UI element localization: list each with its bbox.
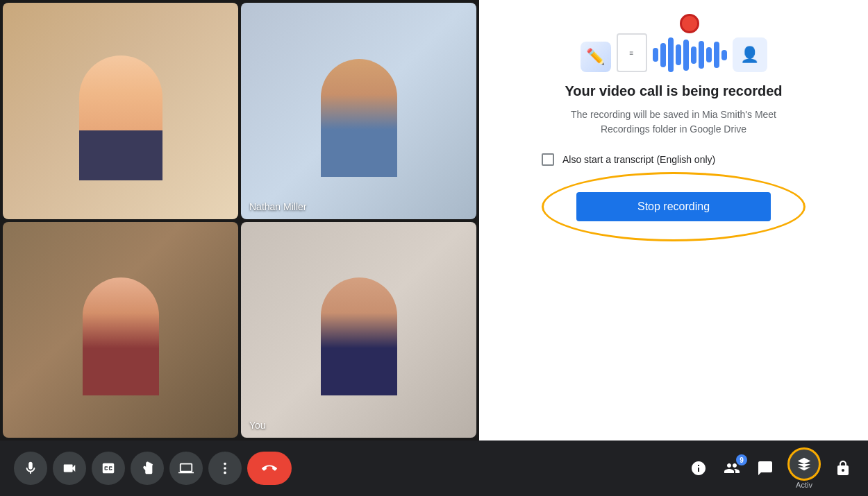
toolbar-right: 9 Activ — [687, 447, 854, 489]
mic-button[interactable] — [14, 452, 47, 485]
recording-title: Your video call is being recorded — [565, 83, 782, 99]
stop-recording-wrapper: Stop recording — [576, 192, 771, 221]
more-icon — [217, 461, 233, 476]
more-options-button[interactable] — [208, 452, 242, 485]
person-shape-3 — [83, 277, 159, 395]
info-button[interactable] — [687, 457, 710, 479]
raise-hand-button[interactable] — [131, 452, 164, 485]
stop-recording-button[interactable]: Stop recording — [576, 192, 771, 221]
participant-video-2 — [241, 3, 476, 219]
camera-button[interactable] — [53, 452, 86, 485]
pencil-icon: ✏️ — [581, 42, 611, 72]
wave-bar-8 — [706, 47, 712, 62]
svg-point-0 — [224, 463, 226, 465]
wave-bar-10 — [721, 50, 727, 60]
wave-bar-6 — [691, 46, 696, 64]
video-tile-3 — [3, 222, 238, 438]
lock-button[interactable] — [832, 457, 854, 479]
wave-bar-3 — [668, 37, 674, 72]
toolbar-left — [14, 452, 292, 485]
chat-icon — [757, 460, 774, 477]
chat-button[interactable] — [754, 457, 776, 479]
participant-name-2: Nathan Miller — [249, 201, 306, 212]
end-call-icon — [262, 461, 277, 476]
doc-lines: ≡ — [630, 49, 634, 57]
participant-video-4 — [241, 222, 476, 438]
wave-bar-7 — [699, 41, 704, 69]
toolbar: 9 Activ — [0, 441, 868, 496]
svg-point-2 — [224, 472, 226, 474]
waveform-container — [653, 14, 727, 72]
activities-label: Activ — [796, 481, 812, 489]
recording-illustration: ✏️ ≡ 👤 — [581, 14, 767, 72]
person-shape-1 — [79, 55, 162, 180]
lock-icon — [835, 460, 851, 477]
people-badge: 9 — [736, 454, 747, 465]
transcript-option: Also start a transcript (English only) — [542, 153, 806, 166]
activities-wrapper: Activ — [787, 447, 821, 489]
transcript-label: Also start a transcript (English only) — [562, 154, 715, 165]
activities-button[interactable] — [787, 447, 821, 481]
wave-bar-2 — [660, 43, 666, 67]
waveform — [653, 37, 727, 72]
recording-panel: ✏️ ≡ 👤 — [479, 0, 868, 441]
video-tile-4: You — [241, 222, 476, 438]
info-icon — [690, 460, 707, 477]
person-shape-2 — [321, 59, 397, 177]
present-button[interactable] — [169, 452, 203, 485]
present-icon — [178, 461, 194, 476]
recording-dot — [680, 14, 699, 33]
transcript-checkbox[interactable] — [542, 153, 554, 166]
mic-icon — [23, 461, 38, 476]
raise-hand-icon — [140, 461, 155, 476]
svg-point-1 — [224, 467, 226, 470]
participant-name-you: You — [249, 420, 266, 431]
wave-bar-5 — [683, 40, 689, 71]
captions-icon — [101, 461, 116, 476]
wave-bar-1 — [653, 48, 658, 62]
video-tile-1 — [3, 3, 238, 219]
people-button-wrapper: 9 — [721, 457, 743, 479]
captions-button[interactable] — [92, 452, 125, 485]
participant-video-3 — [3, 222, 238, 438]
activities-icon — [796, 456, 812, 472]
recording-subtitle: The recording will be saved in Mia Smith… — [556, 108, 792, 137]
end-call-button[interactable] — [247, 452, 292, 485]
participant-video-1 — [3, 3, 238, 219]
wave-bar-9 — [714, 42, 719, 68]
doc-icon: ≡ — [617, 33, 647, 72]
video-tile-2: Nathan Miller — [241, 3, 476, 219]
camera-icon — [62, 461, 77, 476]
video-grid: Nathan Miller You — [0, 0, 479, 441]
wave-bar-4 — [676, 44, 681, 65]
main-area: Nathan Miller You ✏️ ≡ — [0, 0, 868, 441]
camera-illustration-icon: 👤 — [733, 37, 767, 72]
person-shape-4 — [321, 277, 397, 395]
